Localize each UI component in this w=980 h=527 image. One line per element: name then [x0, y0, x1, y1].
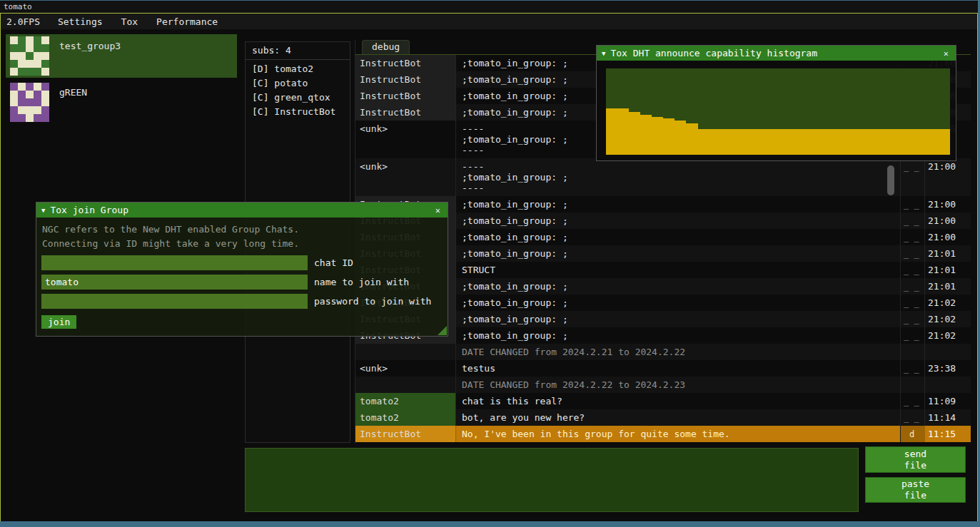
- tab-debug[interactable]: debug: [362, 40, 410, 54]
- close-icon[interactable]: ✕: [941, 48, 951, 58]
- histogram-bar: [927, 129, 939, 155]
- delivery-flags: [900, 344, 924, 360]
- chat-message-row[interactable]: InstructBotNo, I've been in this group f…: [355, 426, 971, 442]
- system-text: DATE CHANGED from 2024.2.21 to 2024.2.22: [455, 344, 900, 360]
- chat-message-row[interactable]: <unk>testus_ _23:38: [355, 360, 971, 377]
- histogram-bar: [686, 123, 697, 155]
- timestamp: 21:00: [924, 158, 957, 196]
- group-name: test_group3: [59, 36, 121, 76]
- message-text: ;tomato_in_group: ;: [455, 229, 900, 245]
- timestamp: 21:01: [924, 262, 957, 278]
- histogram-bar: [744, 129, 755, 155]
- histogram-plot: [605, 68, 951, 155]
- paste-file-button[interactable]: paste file: [865, 477, 966, 503]
- histogram-bar: [732, 129, 744, 155]
- subs-count: subs: 4: [246, 42, 350, 60]
- sender-name: InstructBot: [355, 88, 455, 104]
- histogram-bar: [939, 129, 950, 155]
- message-text: No, I've been in this group for quite so…: [455, 426, 900, 442]
- histogram-window-titlebar[interactable]: ▼ Tox DHT announce capability histogram …: [597, 46, 956, 61]
- app-window: tomato 2.0FPS Settings Tox Performance t…: [0, 0, 980, 527]
- timestamp: 21:01: [924, 245, 957, 262]
- delivery-flags: _ _: [900, 229, 924, 245]
- histogram-bar: [904, 129, 916, 155]
- histogram-bar: [893, 129, 904, 155]
- delivery-flags: _ _: [900, 360, 924, 377]
- collapse-arrow-icon[interactable]: ▼: [602, 50, 605, 57]
- histogram-bar: [652, 117, 663, 155]
- histogram-bar: [778, 129, 789, 155]
- join-name-input[interactable]: [41, 275, 308, 290]
- member-InstructBot[interactable]: [C] InstructBot: [246, 105, 350, 119]
- message-text: bot, are you new here?: [455, 409, 900, 426]
- sender-name: tomato2: [355, 409, 455, 426]
- resize-grip[interactable]: [438, 326, 447, 335]
- histogram-bar: [824, 129, 835, 155]
- timestamp: 21:02: [924, 311, 957, 327]
- histogram-bar: [629, 112, 640, 155]
- chat-message-row[interactable]: tomato2bot, are you new here?_ _11:14: [355, 409, 971, 426]
- group-name: gREEN: [59, 83, 87, 122]
- join-password-input[interactable]: [41, 294, 308, 309]
- chat-id-input[interactable]: [41, 255, 308, 270]
- date-changed-row: DATE CHANGED from 2024.2.22 to 2024.2.23: [355, 377, 971, 393]
- join-button[interactable]: join: [41, 315, 76, 329]
- delivery-flags: d: [900, 426, 924, 442]
- chat-scrollbar[interactable]: [887, 165, 894, 195]
- histogram-bar: [698, 129, 709, 155]
- sender-name: tomato2: [355, 393, 455, 409]
- message-text: chat is this real?: [455, 393, 900, 409]
- delivery-flags: _ _: [900, 295, 924, 311]
- member-potato[interactable]: [C] potato: [246, 76, 350, 91]
- timestamp: 21:02: [924, 295, 957, 311]
- chat-message-row[interactable]: tomato2chat is this real?_ _11:09: [355, 393, 971, 409]
- message-text: ;tomato_in_group: ;: [455, 196, 900, 213]
- histogram-bar: [882, 129, 893, 155]
- join-name-field-row: name to join with: [41, 275, 448, 290]
- timestamp: 11:15: [924, 426, 957, 442]
- timestamp: 21:00: [924, 196, 957, 213]
- join-description-line2: Connecting via ID might take a very long…: [42, 237, 442, 251]
- chat-message-row[interactable]: <unk>---- ;tomato_in_group: ; ----_ _21:…: [355, 158, 971, 196]
- menu-tox[interactable]: Tox: [112, 16, 147, 27]
- fps-indicator: 2.0FPS: [1, 16, 49, 27]
- join-password-label: password to join with: [314, 296, 431, 307]
- histogram-bar: [869, 129, 881, 155]
- histogram-bar: [675, 121, 686, 155]
- delivery-flags: _ _: [900, 213, 924, 229]
- histogram-bar: [709, 129, 721, 155]
- timestamp: 21:01: [924, 278, 957, 295]
- menu-settings[interactable]: Settings: [49, 16, 112, 27]
- join-password-field-row: password to join with: [41, 294, 448, 309]
- timestamp: 23:38: [924, 360, 957, 377]
- message-text: STRUCT: [455, 262, 900, 278]
- sender-name: InstructBot: [355, 104, 455, 121]
- delivery-flags: _ _: [900, 311, 924, 327]
- group-item-gREEN[interactable]: gREEN: [6, 81, 237, 124]
- histogram-bar: [617, 108, 629, 155]
- date-changed-row: DATE CHANGED from 2024.2.21 to 2024.2.22: [355, 344, 971, 360]
- send-file-button[interactable]: send file: [865, 446, 966, 473]
- timestamp: 21:00: [924, 213, 957, 229]
- sender-name: InstructBot: [355, 426, 455, 442]
- close-icon[interactable]: ✕: [433, 205, 443, 215]
- timestamp: 11:14: [924, 409, 957, 426]
- histogram-bar: [916, 129, 927, 155]
- member-green_qtox[interactable]: [C] green_qtox: [246, 91, 350, 105]
- join-window-titlebar[interactable]: ▼ Tox join Group ✕: [36, 203, 448, 218]
- histogram-bars: [606, 68, 950, 155]
- delivery-flags: _ _: [900, 196, 924, 213]
- menu-performance[interactable]: Performance: [147, 16, 227, 27]
- timestamp: [924, 344, 957, 360]
- collapse-arrow-icon[interactable]: ▼: [41, 207, 45, 214]
- join-window-title: Tox join Group: [50, 205, 428, 215]
- delivery-flags: _ _: [900, 245, 924, 262]
- join-name-label: name to join with: [314, 277, 409, 287]
- delivery-flags: _ _: [900, 262, 924, 278]
- message-input[interactable]: [245, 448, 859, 512]
- window-titlebar: tomato: [0, 1, 980, 13]
- member-tomato2[interactable]: [D] tomato2: [246, 62, 350, 76]
- message-text: ---- ;tomato_in_group: ; ----: [455, 158, 900, 196]
- group-avatar-icon: [10, 83, 49, 122]
- group-item-test_group3[interactable]: test_group3: [6, 34, 237, 78]
